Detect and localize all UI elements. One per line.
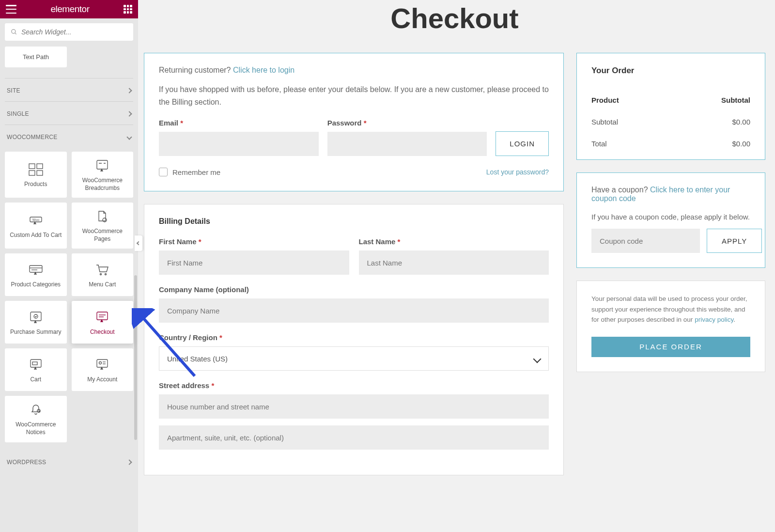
remember-me-label[interactable]: Remember me [159,168,220,176]
products-icon [28,162,44,177]
svg-rect-3 [37,164,43,169]
text-path-widget[interactable]: Text Path [5,47,67,67]
svg-rect-21 [32,362,37,365]
billing-panel: Billing Details First Name * Last Name *… [144,204,564,475]
menu-cart-icon [94,263,110,277]
company-input[interactable] [159,298,549,323]
svg-point-9 [103,218,107,222]
company-label: Company Name (optional) [159,285,549,294]
chevron-right-icon [126,111,132,116]
svg-rect-20 [31,360,41,367]
order-product-header: Product [591,96,619,104]
search-widget-wrap[interactable] [5,23,133,41]
svg-rect-10 [30,266,42,272]
coupon-note: If you have a coupon code, please apply … [591,213,750,221]
nav-site-label: SITE [7,87,20,94]
sidebar-collapse-handle[interactable] [135,235,142,251]
nav-site[interactable]: SITE [5,78,133,101]
custom-add-icon: Woo [28,213,44,228]
widget-woo-notices[interactable]: WooCommerce Notices [5,396,67,442]
login-button[interactable]: LOGIN [496,131,549,156]
country-select[interactable] [159,346,549,371]
svg-rect-5 [37,171,43,175]
widget-breadcrumbs[interactable]: WooCommerce Breadcrumbs [72,152,134,198]
login-note: If you have shopped with us before, plea… [159,83,549,108]
nav-woocommerce[interactable]: WOOCOMMERCE [5,125,133,148]
chevron-left-icon [137,241,140,245]
purchase-summary-icon [28,310,44,325]
svg-line-1 [15,33,16,34]
lost-password-link[interactable]: Lost your password? [486,168,549,176]
returning-login-link[interactable]: Click here to login [233,66,294,74]
nav-wp-label: WORDPRESS [7,459,46,466]
have-coupon-text: Have a coupon? [591,186,648,194]
widget-menu-cart[interactable]: Menu Cart [72,253,134,296]
widget-checkout[interactable]: Checkout [72,301,134,344]
breadcrumbs-icon [94,158,110,173]
my-account-icon [94,358,110,372]
first-name-label: First Name * [159,237,349,246]
first-name-input[interactable] [159,250,349,275]
widget-product-categories[interactable]: Product Categories [5,253,67,296]
chevron-right-icon [126,459,132,465]
hamburger-menu-icon[interactable] [6,5,16,14]
brand-logo: elementor [16,4,124,15]
order-subtotal-value: $0.00 [732,118,750,126]
order-heading: Your Order [591,66,750,76]
nav-single[interactable]: SINGLE [5,101,133,125]
widget-my-account[interactable]: My Account [72,348,134,391]
widget-cart[interactable]: Cart [5,348,67,391]
svg-rect-17 [97,312,108,320]
cart-icon [28,358,44,372]
widget-woo-pages[interactable]: WooCommerce Pages [72,203,134,249]
svg-point-13 [100,273,102,275]
password-input[interactable] [327,132,487,156]
remember-checkbox[interactable] [159,168,168,176]
apply-coupon-button[interactable]: APPLY [707,229,762,253]
coupon-panel: Have a coupon? Click here to enter your … [576,172,765,268]
search-input[interactable] [21,28,127,36]
svg-point-0 [12,30,16,33]
categories-icon [28,263,44,277]
search-icon [11,29,17,35]
widget-purchase-summary[interactable]: Purchase Summary [5,301,67,344]
last-name-input[interactable] [359,250,549,275]
chevron-down-icon [126,134,132,140]
svg-point-23 [99,361,102,364]
place-order-panel: Your personal data will be used to proce… [576,281,765,372]
email-input[interactable] [159,132,319,156]
sidebar-header: elementor [0,0,138,18]
svg-rect-22 [97,360,108,367]
woo-pages-icon [94,209,110,224]
order-subtotal-header: Subtotal [721,96,750,104]
widget-grid: Products WooCommerce Breadcrumbs Woo Cus… [5,152,133,442]
chevron-right-icon [126,88,132,93]
order-panel: Your Order Product Subtotal Subtotal $0.… [576,53,765,160]
svg-point-16 [34,314,38,318]
elementor-sidebar: elementor Text Path SITE SINGLE WOOCOMME… [0,0,138,532]
svg-text:Woo: Woo [32,218,39,221]
billing-heading: Billing Details [159,217,549,226]
privacy-text: Your personal data will be used to proce… [591,294,750,325]
nav-woo-label: WOOCOMMERCE [7,134,58,141]
svg-rect-15 [31,312,41,321]
place-order-button[interactable]: PLACE ORDER [591,337,750,357]
apps-grid-icon[interactable] [124,5,132,14]
street-input-1[interactable] [159,394,549,419]
nav-wordpress[interactable]: WORDPRESS [5,450,133,473]
privacy-policy-link[interactable]: privacy policy [695,316,733,323]
street-input-2[interactable] [159,425,549,450]
svg-rect-2 [29,164,35,169]
password-label: Password * [327,119,487,127]
returning-text: Returning customer? [159,66,231,74]
coupon-input[interactable] [591,229,700,253]
widget-products[interactable]: Products [5,152,67,198]
checkout-icon [94,310,110,325]
order-total-label: Total [591,140,607,148]
order-total-value: $0.00 [732,140,750,148]
email-label: Email * [159,119,319,127]
woo-notices-icon [28,403,44,417]
sidebar-scrollbar[interactable] [134,275,137,440]
svg-point-14 [105,273,107,275]
widget-custom-add-to-cart[interactable]: Woo Custom Add To Cart [5,203,67,249]
